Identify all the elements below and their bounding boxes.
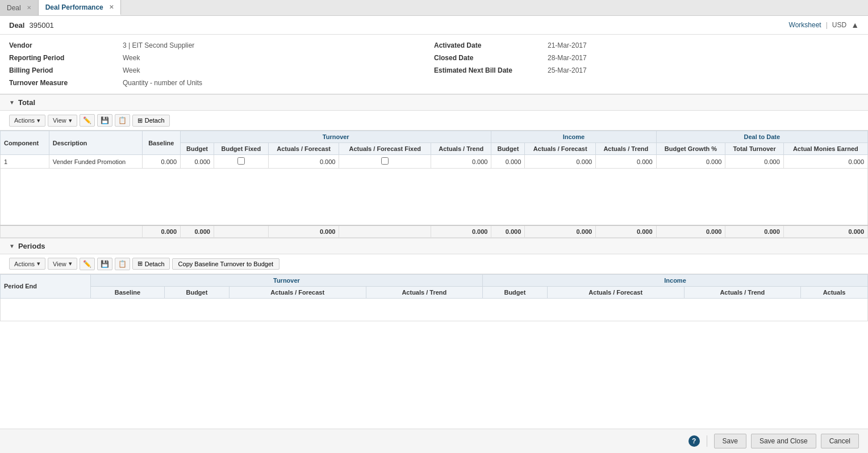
total-detach-button[interactable]: ⊞ Detach [132,115,170,127]
periods-view-button[interactable]: View ▾ [48,258,77,270]
th-description: Description [49,131,142,155]
turnover-measure-value: Quantity - number of Units [123,79,434,87]
periods-th-period-end: Period End [1,274,91,298]
th-component: Component [1,131,49,155]
periods-th-income-actuals-trend: Actuals / Trend [684,286,800,298]
row-income-actuals-trend: 0.000 [596,155,656,169]
footer-empty [1,225,143,238]
periods-actions-chevron: ▾ [37,260,40,267]
total-save-row-button[interactable]: 💾 [97,114,112,127]
periods-edit-button[interactable]: ✏️ [80,258,95,270]
periods-section-title: Periods [18,242,45,250]
save-button[interactable]: Save [714,434,746,448]
bottom-bar: ? Save Save and Close Cancel [0,429,868,453]
turnover-measure-label: Turnover Measure [9,79,123,87]
th-group-turnover: Turnover [181,131,491,143]
total-section-header[interactable]: ▼ Total [0,94,868,111]
periods-th-actuals-forecast: Actuals / Forecast [229,286,366,298]
total-detach-label: Detach [145,117,165,124]
footer-income-actuals-trend: 0.000 [596,225,656,238]
tab-deal[interactable]: Deal ✕ [0,0,39,15]
row-actuals-forecast-fixed[interactable] [339,155,431,169]
deal-label: Deal [9,21,24,30]
tab-deal-label: Deal [7,4,21,12]
footer-income-actuals-forecast: 0.000 [525,225,596,238]
footer-budget-growth: 0.000 [656,225,725,238]
th-actuals-forecast-fixed: Actuals / Forecast Fixed [339,143,431,155]
total-view-button[interactable]: View ▾ [48,115,77,127]
periods-detach-label: Detach [145,261,165,267]
cancel-button[interactable]: Cancel [821,434,859,448]
billing-period-value: Week [123,66,434,74]
footer-income-budget: 0.000 [491,225,525,238]
estimated-next-bill-value: 25-Mar-2017 [548,66,859,74]
tab-bar: Deal ✕ Deal Performance ✕ [0,0,868,16]
periods-th-group-turnover: Turnover [90,274,482,286]
footer-actual-monies-earned: 0.000 [783,225,867,238]
page-header-right: Worksheet | USD ▲ [789,20,859,30]
th-budget-growth: Budget Growth % [656,143,725,155]
th-group-deal-to-date: Deal to Date [656,131,867,143]
total-actions-chevron: ▾ [37,117,40,124]
th-actuals-forecast: Actuals / Forecast [268,143,339,155]
total-detach-icon: ⊞ [137,117,143,124]
periods-table: Period End Turnover Income Baseline Budg… [0,274,868,321]
th-total-turnover: Total Turnover [725,143,783,155]
periods-th-group-income: Income [483,274,868,286]
tab-deal-performance-close[interactable]: ✕ [109,4,114,10]
th-budget-fixed: Budget Fixed [214,143,268,155]
row-baseline: 0.000 [142,155,180,169]
total-section-title: Total [18,98,35,107]
page-header-left: Deal 395001 [9,21,54,30]
periods-collapse-icon: ▼ [9,243,15,249]
vendor-label: Vendor [9,41,123,49]
th-baseline: Baseline [142,131,180,155]
row-income-actuals-forecast: 0.000 [525,155,596,169]
tab-deal-close[interactable]: ✕ [27,5,31,11]
row-budget-fixed[interactable] [214,155,268,169]
total-delete-button[interactable]: 📋 [115,114,130,127]
periods-actions-button[interactable]: Actions ▾ [9,258,45,270]
tab-deal-performance[interactable]: Deal Performance ✕ [39,0,121,15]
footer-actuals-forecast-fixed-empty [339,225,431,238]
copy-baseline-button[interactable]: Copy Baseline Turnover to Budget [172,258,280,270]
footer-baseline: 0.000 [142,225,180,238]
total-edit-button[interactable]: ✏️ [80,114,95,127]
reporting-period-label: Reporting Period [9,54,123,62]
footer-total-turnover: 0.000 [725,225,783,238]
vendor-value: 3 | EIT Second Supplier [123,41,434,49]
save-close-button[interactable]: Save and Close [751,434,816,448]
worksheet-link[interactable]: Worksheet [789,21,821,29]
estimated-next-bill-label: Estimated Next Bill Date [434,66,548,74]
periods-section-header[interactable]: ▼ Periods [0,238,868,254]
total-table: Component Description Baseline Turnover … [0,131,868,238]
total-actions-button[interactable]: Actions ▾ [9,115,45,127]
closed-date-label: Closed Date [434,54,548,62]
periods-detach-button[interactable]: ⊞ Detach [132,258,170,270]
deal-number: 395001 [29,21,53,30]
th-income-actuals-trend: Actuals / Trend [596,143,656,155]
total-collapse-icon: ▼ [9,99,15,106]
footer-actuals-forecast: 0.000 [268,225,339,238]
periods-th-baseline: Baseline [90,286,164,298]
currency-label: USD [832,21,846,29]
help-button[interactable]: ? [688,435,700,447]
total-actions-label: Actions [14,117,35,124]
periods-th-actuals-trend: Actuals / Trend [366,286,482,298]
th-group-income: Income [491,131,656,143]
total-view-label: View [53,117,66,124]
total-footer-row: 0.000 0.000 0.000 0.000 0.000 0.000 0.00… [1,225,868,238]
info-section: Vendor 3 | EIT Second Supplier Activated… [0,35,868,94]
th-actuals-trend: Actuals / Trend [431,143,491,155]
tab-deal-performance-label: Deal Performance [45,3,103,11]
main-content: Deal 395001 Worksheet | USD ▲ Vendor 3 |… [0,16,868,453]
periods-delete-button[interactable]: 📋 [115,258,130,270]
row-actual-monies-earned: 0.000 [783,155,867,169]
periods-save-row-button[interactable]: 💾 [97,258,112,270]
row-actuals-forecast: 0.000 [268,155,339,169]
row-actuals-trend: 0.000 [431,155,491,169]
scroll-up-button[interactable]: ▲ [851,20,859,30]
closed-date-value: 28-Mar-2017 [548,54,859,62]
total-toolbar: Actions ▾ View ▾ ✏️ 💾 📋 ⊞ Detach [0,111,868,131]
th-budget: Budget [181,143,214,155]
